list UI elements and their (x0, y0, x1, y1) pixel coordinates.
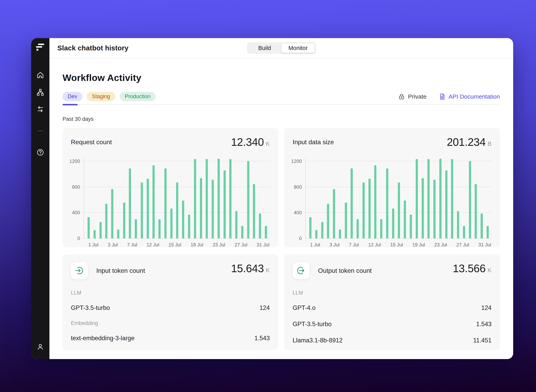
help-icon[interactable] (36, 148, 44, 157)
metric-unit: K (488, 267, 492, 273)
document-icon (439, 93, 446, 100)
bar (404, 201, 406, 238)
bar (117, 229, 119, 238)
model-value: 1.543 (476, 321, 492, 328)
bar (265, 226, 267, 238)
transfer-icon[interactable] (36, 105, 44, 113)
environment-tabs-row: Dev Staging Production Private (62, 92, 500, 101)
build-tab[interactable]: Build (248, 43, 281, 53)
page-meta: Private API Documentation (398, 93, 500, 100)
sitemap-icon[interactable] (36, 88, 44, 96)
bar (368, 179, 371, 238)
y-tick-label: 0 (77, 236, 80, 241)
bar (356, 219, 359, 238)
bar (94, 230, 96, 238)
bar (362, 182, 365, 238)
api-documentation-label: API Documentation (449, 93, 500, 100)
bar (212, 180, 214, 238)
bar (111, 189, 113, 238)
bar (345, 203, 347, 238)
metric-number: 13.566 (453, 262, 486, 275)
x-tick-label: 31 Jul (257, 242, 269, 247)
x-tick-label: 12 Jul (368, 242, 381, 247)
bar (427, 159, 430, 238)
bar (200, 178, 202, 238)
bar (182, 201, 184, 238)
bar (170, 209, 172, 238)
arrow-into-circle-icon (71, 262, 88, 279)
bar (141, 182, 143, 238)
model-value: 11.451 (473, 337, 492, 344)
bar (481, 214, 483, 238)
api-documentation-link[interactable]: API Documentation (439, 93, 500, 100)
bar (351, 168, 353, 238)
top-bar: Slack chatbot history Build Monitor (49, 38, 513, 58)
y-axis: 04008001200 (293, 158, 305, 238)
output-token-count-card: Output token count 13.566K LLM GPT-4.o 1… (284, 255, 500, 350)
card-title: Input data size (293, 139, 334, 146)
bar (147, 179, 149, 238)
monitor-tab[interactable]: Monitor (281, 43, 315, 53)
bar (392, 209, 394, 238)
x-tick-label: 1 Jul (310, 242, 320, 247)
active-tab-indicator (62, 104, 78, 105)
user-icon[interactable] (36, 343, 44, 351)
bar (386, 168, 388, 238)
x-tick-label: 19 Jul (412, 242, 425, 247)
x-tick-label: 31 Jul (479, 242, 491, 247)
metric-number: 201.234 (447, 136, 486, 148)
bar (309, 217, 312, 238)
x-tick-label: 23 Jul (213, 242, 225, 247)
visibility-badge[interactable]: Private (398, 93, 427, 100)
metric-value: 12.340K (231, 136, 270, 148)
logo-dot (37, 49, 38, 51)
metric-number: 12.340 (231, 136, 264, 148)
visibility-label: Private (408, 93, 427, 100)
bar (123, 203, 125, 238)
model-name: GPT-3.5-turbo (71, 304, 110, 312)
logo-bar (36, 46, 42, 48)
bar (439, 159, 441, 238)
tab-dev[interactable]: Dev (62, 92, 82, 101)
page-content: Workflow Activity Dev Staging Production (49, 58, 513, 359)
bar (88, 217, 90, 238)
x-tick-label: 7 Jul (349, 242, 359, 247)
bar (327, 204, 329, 238)
section-label: Embedding (71, 320, 270, 326)
section-label: LLM (71, 290, 270, 296)
card-title: Input token count (96, 267, 145, 274)
bar (451, 159, 453, 238)
plot (84, 158, 270, 238)
request-count-card: Request count 12.340K 04008001200 1 Jul (62, 128, 278, 247)
bar (247, 161, 249, 238)
x-tick-label: 7 Jul (127, 242, 137, 247)
tab-production[interactable]: Production (120, 92, 156, 101)
metric-value: 201.234B (447, 136, 492, 148)
plot (305, 158, 492, 238)
bar (433, 180, 436, 238)
y-tick-label: 1200 (70, 159, 80, 164)
environment-pills: Dev Staging Production (62, 92, 156, 101)
metric-unit: K (266, 140, 270, 147)
model-name: Llama3.1-8b-8912 (293, 337, 343, 344)
model-row: GPT-3.5-turbo 1.543 (293, 321, 492, 328)
x-tick-label: 3 Jul (108, 242, 118, 247)
bar (398, 182, 400, 238)
home-icon[interactable] (36, 71, 44, 79)
bar (194, 159, 196, 238)
cards-grid: Request count 12.340K 04008001200 1 Jul (62, 128, 500, 350)
bar (445, 170, 447, 238)
bar (105, 204, 107, 238)
y-tick-label: 400 (72, 210, 80, 215)
bar-chart: 04008001200 1 Jul3 Jul7 Jul12 Jul15 Jul1… (71, 158, 270, 247)
x-tick-label: 27 Jul (235, 242, 247, 247)
model-row: GPT-4.o 124 (293, 304, 492, 312)
x-tick-label: 1 Jul (88, 242, 99, 247)
metric-unit: B (488, 140, 492, 147)
app-logo-icon[interactable] (36, 44, 45, 54)
bar (333, 189, 335, 238)
bar (374, 165, 376, 238)
bar (188, 215, 190, 238)
y-tick-label: 400 (294, 210, 302, 215)
tab-staging[interactable]: Staging (87, 92, 115, 101)
